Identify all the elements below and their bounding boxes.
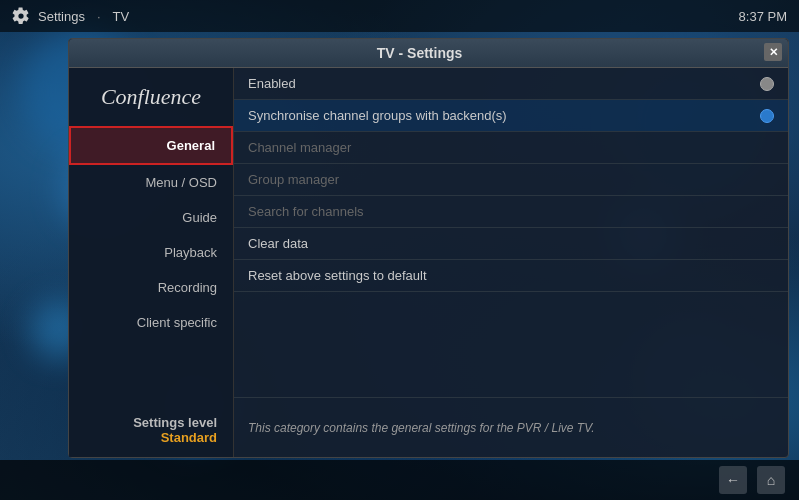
logo-area: Confluence: [69, 76, 233, 126]
setting-label-sync-channel-groups: Synchronise channel groups with backend(…: [248, 108, 507, 123]
setting-row-enabled[interactable]: Enabled: [234, 68, 788, 100]
setting-row-clear-data[interactable]: Clear data: [234, 228, 788, 260]
confluence-logo: Confluence: [81, 84, 221, 110]
settings-content: Enabled Synchronise channel groups with …: [234, 68, 788, 457]
topbar-left: Settings · TV: [12, 7, 129, 25]
topbar-separator: ·: [97, 9, 101, 24]
setting-row-search-channels[interactable]: Search for channels: [234, 196, 788, 228]
topbar-time: 8:37 PM: [739, 9, 787, 24]
sidebar-item-playback[interactable]: Playback: [69, 235, 233, 270]
dialog-body: Confluence General Menu / OSD Guide Play…: [69, 68, 788, 457]
settings-level-label: Settings level: [85, 415, 217, 430]
topbar-settings-label: Settings: [38, 9, 85, 24]
setting-row-channel-manager[interactable]: Channel manager: [234, 132, 788, 164]
sidebar-item-menu-osd[interactable]: Menu / OSD: [69, 165, 233, 200]
dialog-titlebar: TV - Settings ✕: [69, 39, 788, 68]
settings-list: Enabled Synchronise channel groups with …: [234, 68, 788, 397]
sidebar-item-client-specific[interactable]: Client specific: [69, 305, 233, 340]
bottombar: ← ⌂: [0, 460, 799, 500]
home-button[interactable]: ⌂: [757, 466, 785, 494]
topbar-section: TV: [113, 9, 130, 24]
back-button[interactable]: ←: [719, 466, 747, 494]
setting-label-search-channels: Search for channels: [248, 204, 364, 219]
setting-label-reset-settings: Reset above settings to default: [248, 268, 427, 283]
toggle-sync-channel-groups[interactable]: [760, 109, 774, 123]
dialog-title: TV - Settings: [377, 45, 463, 61]
topbar: Settings · TV 8:37 PM: [0, 0, 799, 32]
settings-level-value: Standard: [85, 430, 217, 445]
toggle-enabled[interactable]: [760, 77, 774, 91]
sidebar-item-guide[interactable]: Guide: [69, 200, 233, 235]
setting-label-clear-data: Clear data: [248, 236, 308, 251]
description-area: This category contains the general setti…: [234, 397, 788, 457]
close-button[interactable]: ✕: [764, 43, 782, 61]
tv-settings-dialog: TV - Settings ✕ Confluence General Menu …: [68, 38, 789, 458]
sidebar-item-recording[interactable]: Recording: [69, 270, 233, 305]
settings-level-area: Settings level Standard: [69, 403, 233, 457]
settings-sidebar: Confluence General Menu / OSD Guide Play…: [69, 68, 234, 457]
description-text: This category contains the general setti…: [248, 421, 595, 435]
setting-row-group-manager[interactable]: Group manager: [234, 164, 788, 196]
sidebar-item-general[interactable]: General: [69, 126, 233, 165]
setting-label-group-manager: Group manager: [248, 172, 339, 187]
setting-label-channel-manager: Channel manager: [248, 140, 351, 155]
setting-row-sync-channel-groups[interactable]: Synchronise channel groups with backend(…: [234, 100, 788, 132]
setting-row-reset-settings[interactable]: Reset above settings to default: [234, 260, 788, 292]
gear-icon: [12, 7, 30, 25]
setting-label-enabled: Enabled: [248, 76, 296, 91]
